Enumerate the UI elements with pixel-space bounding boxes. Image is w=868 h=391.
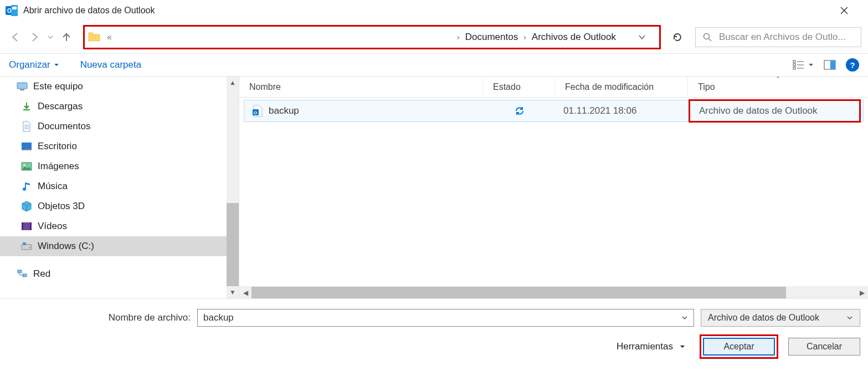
scroll-thumb[interactable] (227, 203, 239, 286)
chevron-down-icon (680, 344, 685, 349)
filename-label: Nombre de archivo: (8, 312, 191, 323)
accept-highlight: Aceptar (700, 334, 778, 359)
up-button[interactable] (59, 28, 74, 46)
file-type-cell: Archivo de datos de Outlook (689, 99, 863, 123)
tree-scrollbar[interactable]: ▲ ▼ (227, 77, 239, 298)
svg-rect-17 (20, 89, 24, 90)
tools-label: Herramientas (617, 341, 673, 352)
file-name-cell: O backup (244, 105, 484, 117)
chevron-down-icon (808, 62, 814, 68)
scroll-left-icon[interactable]: ◀ (239, 287, 251, 298)
new-folder-button[interactable]: Nueva carpeta (80, 59, 142, 70)
file-type-highlight: Archivo de datos de Outlook (689, 99, 861, 123)
svg-rect-23 (22, 149, 32, 150)
tree-pictures[interactable]: Imágenes (0, 156, 239, 176)
body-area: Este equipo Descargas Documentos Escrito… (0, 77, 868, 298)
svg-rect-28 (22, 222, 23, 230)
tree-label: Descargas (38, 101, 83, 112)
view-menu[interactable] (793, 60, 814, 70)
svg-rect-10 (793, 67, 795, 69)
navigation-row: « › Documentos › Archivos de Outlook Bus… (0, 21, 868, 53)
documents-icon (21, 121, 32, 132)
bottom-panel: Nombre de archivo: backup Archivo de dat… (0, 298, 868, 365)
close-button[interactable] (840, 7, 862, 14)
tree-documents[interactable]: Documentos (0, 116, 239, 136)
search-placeholder: Buscar en Archivos de Outlo... (719, 32, 846, 43)
tree-downloads[interactable]: Descargas (0, 97, 239, 116)
new-folder-label: Nueva carpeta (80, 59, 142, 70)
search-input[interactable]: Buscar en Archivos de Outlo... (695, 27, 861, 47)
breadcrumb-overflow-icon[interactable]: « (107, 32, 110, 42)
preview-pane-button[interactable] (824, 60, 836, 70)
preview-pane-icon (824, 60, 836, 70)
column-date[interactable]: Fecha de modificación (555, 77, 688, 97)
music-icon (21, 181, 32, 192)
videos-icon (21, 221, 32, 232)
column-state[interactable]: Estado (483, 77, 555, 97)
tree-network[interactable]: Red (0, 264, 239, 284)
svg-rect-33 (18, 270, 22, 273)
tree-3d-objects[interactable]: Objetos 3D (0, 196, 239, 216)
filename-input[interactable]: backup (197, 309, 694, 327)
file-list: Nombre Estado Fecha de modificación ⌃ Ti… (239, 77, 868, 298)
scroll-down-icon[interactable]: ▼ (227, 286, 239, 298)
back-button[interactable] (8, 28, 23, 46)
network-icon (17, 268, 28, 280)
drive-icon (21, 241, 32, 252)
scroll-up-icon[interactable]: ▲ (227, 77, 239, 89)
tree-music[interactable]: Música (0, 176, 239, 196)
sync-icon (514, 105, 525, 116)
recent-locations-dropdown[interactable] (45, 28, 55, 46)
cancel-button[interactable]: Cancelar (788, 338, 860, 356)
tree-this-pc[interactable]: Este equipo (0, 77, 239, 97)
tree-videos[interactable]: Vídeos (0, 216, 239, 236)
breadcrumb-documentos[interactable]: Documentos (460, 32, 523, 43)
downloads-icon (21, 101, 32, 112)
help-button[interactable]: ? (846, 58, 859, 72)
svg-text:O: O (254, 110, 257, 115)
column-name[interactable]: Nombre (239, 77, 483, 97)
tree-desktop[interactable]: Escritorio (0, 136, 239, 156)
svg-point-26 (23, 187, 26, 191)
organize-menu[interactable]: Organizar (9, 59, 59, 70)
tree-label: Documentos (38, 121, 90, 132)
tree-label: Windows (C:) (38, 241, 94, 252)
forward-button[interactable] (27, 28, 42, 46)
filename-value: backup (203, 312, 234, 323)
tree-drive-c[interactable]: Windows (C:) (0, 236, 239, 256)
accept-button[interactable]: Aceptar (703, 338, 775, 356)
column-type[interactable]: ⌃ Tipo (688, 77, 868, 97)
address-history-dropdown[interactable] (622, 33, 656, 41)
horizontal-scrollbar[interactable]: ◀ ▶ (239, 286, 868, 298)
sort-ascending-icon: ⌃ (775, 75, 780, 83)
filter-dropdown-icon (846, 314, 853, 321)
window-title: Abrir archivo de datos de Outlook (23, 6, 840, 16)
tools-menu[interactable]: Herramientas (617, 341, 685, 352)
file-row[interactable]: O backup 01.11.2021 18:06 Archivo de dat… (244, 100, 864, 122)
refresh-button[interactable] (667, 27, 687, 47)
title-bar: O Abrir archivo de datos de Outlook (0, 0, 868, 21)
svg-rect-2 (12, 7, 17, 9)
file-state-cell (484, 105, 556, 116)
breadcrumb-archivos-outlook[interactable]: Archivos de Outlook (526, 32, 622, 43)
column-headers: Nombre Estado Fecha de modificación ⌃ Ti… (239, 77, 868, 98)
file-type-filter[interactable]: Archivo de datos de Outlook (701, 309, 860, 327)
file-name: backup (269, 105, 299, 116)
tree-label: Escritorio (38, 141, 77, 152)
computer-icon (17, 81, 28, 92)
toolbar: Organizar Nueva carpeta ? (0, 53, 868, 77)
filename-dropdown-icon[interactable] (681, 314, 688, 321)
outlook-app-icon: O (6, 4, 18, 17)
address-bar[interactable]: « › Documentos › Archivos de Outlook (83, 25, 661, 49)
svg-rect-9 (793, 64, 795, 66)
folder-icon (88, 31, 100, 43)
svg-rect-31 (23, 242, 26, 245)
scroll-right-icon[interactable]: ▶ (856, 287, 868, 298)
tree-label: Este equipo (33, 81, 83, 92)
objects-3d-icon (21, 201, 32, 212)
navigation-tree: Este equipo Descargas Documentos Escrito… (0, 77, 239, 298)
list-view-icon (793, 60, 805, 70)
svg-rect-15 (830, 60, 835, 69)
svg-rect-22 (22, 143, 32, 149)
scroll-thumb[interactable] (251, 287, 786, 298)
